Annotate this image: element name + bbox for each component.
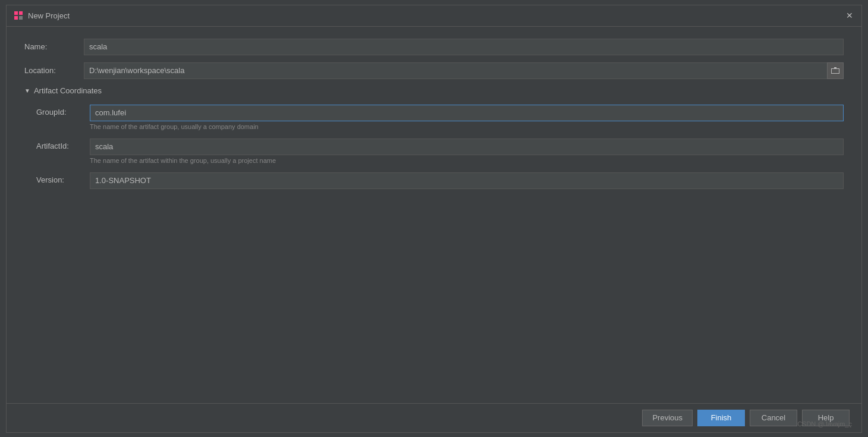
svg-rect-6 (831, 73, 839, 74)
groupid-label: GroupId: (36, 105, 90, 117)
location-input[interactable] (84, 62, 844, 79)
groupid-hint: The name of the artifact group, usually … (90, 123, 844, 130)
close-button[interactable]: ✕ (845, 11, 854, 20)
artifactid-input[interactable] (90, 139, 844, 155)
dialog-footer: Previous Finish Cancel Help (7, 403, 861, 432)
dialog-title: New Project (28, 11, 70, 20)
artifact-section: GroupId: The name of the artifact group,… (24, 105, 844, 189)
previous-button[interactable]: Previous (642, 410, 693, 426)
artifactid-row: ArtifactId: The name of the artifact wit… (36, 139, 844, 170)
cancel-button[interactable]: Cancel (750, 410, 797, 426)
version-input-col (90, 172, 844, 189)
groupid-input-col: The name of the artifact group, usually … (90, 105, 844, 136)
artifact-section-title: Artifact Coordinates (34, 86, 102, 95)
svg-rect-1 (19, 11, 23, 15)
svg-rect-9 (831, 68, 839, 69)
svg-rect-7 (839, 68, 839, 73)
new-project-dialog: New Project ✕ Name: Location: (6, 5, 862, 433)
finish-button[interactable]: Finish (697, 410, 745, 426)
dialog-content: Name: Location: (7, 27, 861, 403)
version-input[interactable] (90, 172, 844, 189)
location-row: Location: (24, 62, 844, 79)
title-bar: New Project ✕ (7, 5, 861, 27)
svg-rect-3 (19, 16, 23, 20)
artifactid-label: ArtifactId: (36, 139, 90, 150)
name-row: Name: (24, 39, 844, 55)
name-input-wrapper (84, 39, 844, 55)
artifact-section-header[interactable]: ▼ Artifact Coordinates (24, 86, 844, 95)
version-label: Version: (36, 172, 90, 184)
chevron-down-icon: ▼ (24, 87, 30, 94)
version-row: Version: (36, 172, 844, 189)
artifactid-input-col: The name of the artifact within the grou… (90, 139, 844, 170)
watermark: CSDN @Javajm_ç (797, 420, 852, 427)
browse-button[interactable] (827, 62, 844, 79)
name-label: Name: (24, 42, 84, 51)
groupid-row: GroupId: The name of the artifact group,… (36, 105, 844, 136)
svg-rect-5 (831, 68, 832, 73)
location-label: Location: (24, 66, 84, 75)
svg-rect-2 (14, 16, 18, 20)
location-input-wrapper (84, 62, 844, 79)
svg-rect-0 (14, 11, 18, 15)
dialog-overlay: New Project ✕ Name: Location: (0, 0, 868, 437)
app-icon (14, 11, 23, 20)
svg-rect-8 (834, 67, 836, 68)
name-input[interactable] (84, 39, 844, 55)
artifactid-hint: The name of the artifact within the grou… (90, 157, 844, 164)
title-bar-left: New Project (14, 11, 70, 20)
groupid-input[interactable] (90, 105, 844, 121)
